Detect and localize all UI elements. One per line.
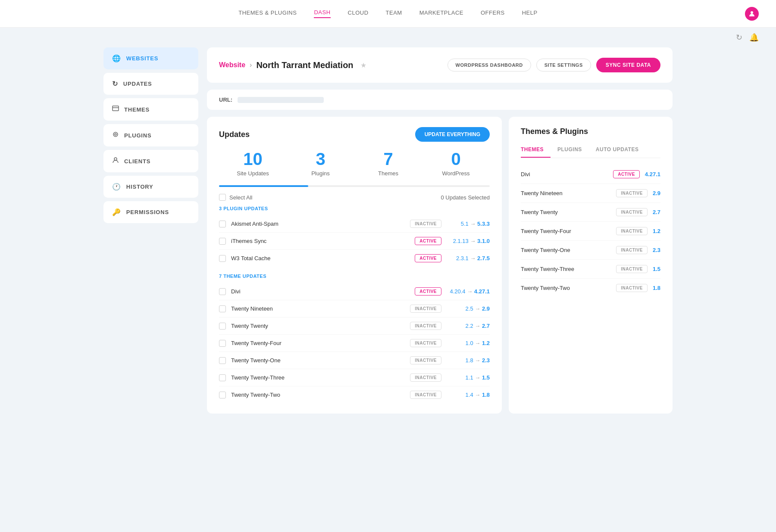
- select-all-left: Select All: [219, 194, 252, 201]
- theme-panel-version: 1.8: [653, 285, 660, 291]
- status-badge: INACTIVE: [616, 265, 648, 273]
- update-everything-button[interactable]: UPDATE EVERYTHING: [415, 127, 490, 142]
- theme-checkbox[interactable]: [219, 357, 226, 364]
- theme-checkbox[interactable]: [219, 305, 226, 312]
- theme-panel-name: Divi: [521, 171, 613, 177]
- sidebar-label-themes: THEMES: [124, 106, 150, 113]
- select-all-checkbox[interactable]: [219, 194, 226, 201]
- avatar[interactable]: [745, 7, 759, 21]
- nav-marketplace[interactable]: MARKETPLACE: [419, 9, 463, 18]
- theme-panel-row: Twenty Nineteen INACTIVE 2.9: [521, 184, 660, 203]
- stat-wordpress: 0 WordPress: [422, 150, 490, 177]
- nav-team[interactable]: TEAM: [386, 9, 402, 18]
- url-label: URL:: [219, 96, 232, 103]
- sidebar-item-plugins[interactable]: PLUGINS: [103, 124, 198, 146]
- sidebar-label-updates: UPDATES: [123, 81, 152, 87]
- theme-panel-row: Twenty Twenty-One INACTIVE 2.3: [521, 241, 660, 260]
- status-badge: INACTIVE: [616, 246, 648, 254]
- bell-icon[interactable]: 🔔: [749, 33, 759, 42]
- updates-icon: ↻: [112, 80, 118, 88]
- refresh-icon[interactable]: ↻: [736, 33, 742, 42]
- theme-checkbox[interactable]: [219, 392, 226, 398]
- updates-header: Updates UPDATE EVERYTHING: [219, 127, 490, 142]
- sync-site-data-button[interactable]: SYNC SITE DATA: [596, 58, 660, 72]
- status-badge: ACTIVE: [415, 254, 441, 262]
- sidebar-label-history: HISTORY: [126, 184, 153, 190]
- plugin-checkbox[interactable]: [219, 221, 226, 227]
- tab-themes[interactable]: THEMES: [521, 143, 551, 158]
- theme-list: Divi ACTIVE 4.20.4 → 4.27.1 Twenty Ninet…: [219, 283, 490, 403]
- stat-site-updates-number: 10: [219, 150, 287, 168]
- theme-update-row: Twenty Twenty INACTIVE 2.2 → 2.7: [219, 317, 490, 335]
- history-icon: 🕐: [112, 183, 121, 191]
- theme-update-row: Twenty Twenty-Three INACTIVE 1.1 → 1.5: [219, 369, 490, 386]
- theme-checkbox[interactable]: [219, 374, 226, 381]
- themes-plugins-list: Divi ACTIVE 4.27.1 Twenty Nineteen INACT…: [521, 165, 660, 297]
- progress-bar: [219, 185, 490, 187]
- star-icon[interactable]: ★: [360, 61, 366, 69]
- tab-auto-updates[interactable]: AUTO UPDATES: [589, 143, 646, 158]
- plugin-checkbox[interactable]: [219, 238, 226, 245]
- wordpress-dashboard-button[interactable]: WORDPRESS DASHBOARD: [447, 59, 531, 72]
- theme-name: Twenty Twenty-Three: [231, 374, 405, 381]
- status-badge: INACTIVE: [410, 305, 441, 313]
- stat-wordpress-label: WordPress: [422, 170, 490, 177]
- theme-panel-version: 4.27.1: [645, 171, 660, 177]
- plugin-list: Akismet Anti-Spam INACTIVE 5.1 → 5.3.3 i…: [219, 215, 490, 267]
- theme-panel-version: 2.9: [653, 190, 660, 196]
- theme-panel-name: Twenty Twenty-Three: [521, 266, 616, 272]
- theme-name: Twenty Twenty-One: [231, 357, 405, 364]
- stat-plugins: 3 Plugins: [287, 150, 354, 177]
- sidebar-item-themes[interactable]: THEMES: [103, 98, 198, 121]
- breadcrumb: Website › North Tarrant Mediation ★: [219, 60, 366, 70]
- sidebar-item-permissions[interactable]: 🔑 PERMISSIONS: [103, 201, 198, 223]
- status-badge: ACTIVE: [415, 287, 441, 296]
- plugin-update-row: iThemes Sync ACTIVE 2.1.13 → 3.1.0: [219, 233, 490, 250]
- sidebar-label-clients: CLIENTS: [124, 158, 150, 165]
- theme-checkbox[interactable]: [219, 288, 226, 295]
- header-actions: WORDPRESS DASHBOARD SITE SETTINGS SYNC S…: [447, 58, 660, 72]
- nav-cloud[interactable]: CLOUD: [348, 9, 369, 18]
- stat-site-updates-label: Site Updates: [219, 170, 287, 177]
- version-info: 5.1 → 5.3.3: [447, 221, 490, 227]
- plugin-checkbox[interactable]: [219, 255, 226, 262]
- select-all-row: Select All 0 Updates Selected: [219, 194, 490, 201]
- sidebar: 🌐 WEBSITES ↻ UPDATES THEMES PLUGINS CLIE…: [103, 47, 198, 414]
- sidebar-item-updates[interactable]: ↻ UPDATES: [103, 73, 198, 95]
- version-info: 1.0 → 1.2: [447, 340, 490, 346]
- stat-site-updates: 10 Site Updates: [219, 150, 287, 177]
- theme-checkbox[interactable]: [219, 340, 226, 347]
- nav-offers[interactable]: OFFERS: [481, 9, 505, 18]
- status-badge: INACTIVE: [616, 208, 648, 216]
- theme-panel-name: Twenty Twenty-Two: [521, 285, 616, 291]
- status-badge: INACTIVE: [410, 356, 441, 364]
- theme-update-row: Divi ACTIVE 4.20.4 → 4.27.1: [219, 283, 490, 300]
- card-tabs: THEMES PLUGINS AUTO UPDATES: [521, 143, 660, 158]
- breadcrumb-website-link[interactable]: Website: [219, 61, 245, 69]
- nav-dash[interactable]: DASH: [314, 9, 330, 18]
- site-settings-button[interactable]: SITE SETTINGS: [536, 59, 591, 72]
- theme-name: Twenty Twenty: [231, 323, 405, 329]
- clients-icon: [112, 157, 119, 165]
- sidebar-item-clients[interactable]: CLIENTS: [103, 150, 198, 172]
- theme-name: Twenty Nineteen: [231, 305, 405, 312]
- nav-themes-plugins[interactable]: THEMES & PLUGINS: [238, 9, 297, 18]
- theme-update-row: Twenty Twenty-Four INACTIVE 1.0 → 1.2: [219, 335, 490, 352]
- sidebar-label-plugins: PLUGINS: [124, 132, 151, 139]
- stat-wordpress-number: 0: [422, 150, 490, 168]
- theme-panel-name: Twenty Twenty: [521, 209, 616, 215]
- theme-checkbox[interactable]: [219, 323, 226, 330]
- sidebar-item-history[interactable]: 🕐 HISTORY: [103, 176, 198, 198]
- sidebar-label-permissions: PERMISSIONS: [126, 209, 169, 215]
- tab-plugins[interactable]: PLUGINS: [551, 143, 589, 158]
- globe-icon: 🌐: [112, 54, 121, 62]
- sidebar-item-websites[interactable]: 🌐 WEBSITES: [103, 47, 198, 69]
- theme-update-row: Twenty Twenty-Two INACTIVE 1.4 → 1.8: [219, 386, 490, 403]
- updates-card: Updates UPDATE EVERYTHING 10 Site Update…: [207, 117, 502, 414]
- status-badge: INACTIVE: [410, 373, 441, 382]
- nav-links: THEMES & PLUGINS DASH CLOUD TEAM MARKETP…: [238, 9, 537, 18]
- nav-help[interactable]: HELP: [522, 9, 538, 18]
- theme-update-row: Twenty Twenty-One INACTIVE 1.8 → 2.3: [219, 352, 490, 369]
- theme-panel-row: Twenty Twenty-Two INACTIVE 1.8: [521, 279, 660, 297]
- select-all-label[interactable]: Select All: [229, 194, 252, 201]
